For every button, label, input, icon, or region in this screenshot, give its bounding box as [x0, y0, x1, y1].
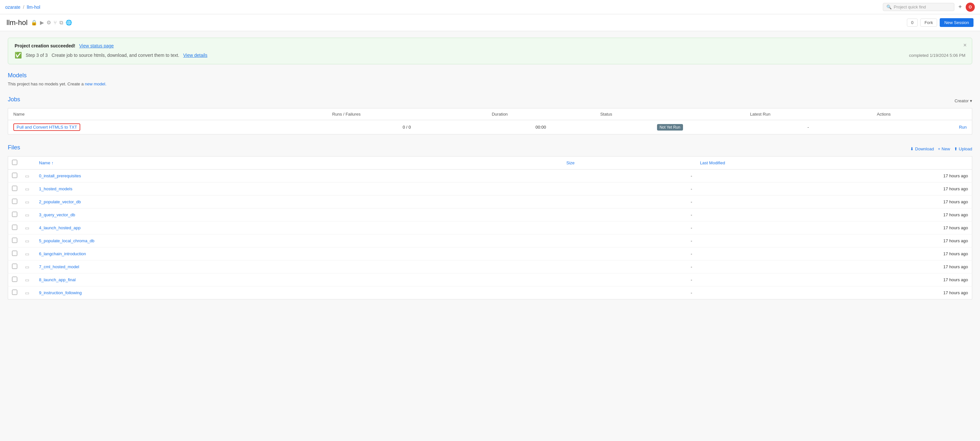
file-name-link[interactable]: 8_launch_app_final [39, 277, 76, 282]
folder-icon: ▭ [25, 238, 29, 244]
files-actions: ⬇ Download + New ⬆ Upload [910, 146, 972, 151]
breadcrumb-org[interactable]: ozarate [5, 5, 21, 10]
file-checkbox[interactable] [12, 225, 17, 230]
job-status: Not Yet Run [595, 120, 745, 135]
file-checkbox[interactable] [12, 277, 17, 282]
file-name-link[interactable]: 0_install_prerequisites [39, 173, 81, 178]
job-actions: Run [872, 120, 972, 135]
file-size: - [562, 222, 696, 235]
th-checkbox [8, 157, 21, 170]
list-item: ▭ 1_hosted_models - 17 hours ago [8, 182, 972, 195]
file-icon-cell: ▭ [21, 208, 35, 222]
jobs-header: Jobs Creator ▾ [8, 96, 972, 106]
job-name-cell: Pull and Convert HTMLS to TXT [8, 120, 327, 135]
download-button[interactable]: ⬇ Download [910, 146, 934, 151]
file-modified: 17 hours ago [696, 182, 972, 195]
run-button[interactable]: Run [959, 125, 967, 130]
col-latest-run: Latest Run [745, 108, 872, 120]
plus-icon: + [938, 146, 940, 151]
search-placeholder: Project quick find [894, 5, 926, 10]
list-item: ▭ 5_populate_local_chroma_db - 17 hours … [8, 235, 972, 247]
th-name[interactable]: Name ↑ [35, 157, 562, 170]
file-name-link[interactable]: 4_launch_hosted_app [39, 225, 81, 230]
breadcrumb: ozarate / llm-hol [5, 5, 40, 10]
status-badge: Not Yet Run [657, 124, 683, 130]
select-all-checkbox[interactable] [12, 160, 17, 165]
file-checkbox[interactable] [12, 264, 17, 269]
file-icon-cell: ▭ [21, 182, 35, 195]
jobs-title: Jobs [8, 96, 20, 103]
table-row: Pull and Convert HTMLS to TXT 0 / 0 00:0… [8, 120, 972, 135]
file-checkbox[interactable] [12, 251, 17, 256]
file-name-link[interactable]: 1_hosted_models [39, 186, 72, 191]
folder-icon: ▭ [25, 173, 29, 179]
job-name-link[interactable]: Pull and Convert HTMLS to TXT [13, 124, 80, 131]
col-actions: Actions [872, 108, 972, 120]
new-file-button[interactable]: + New [938, 146, 950, 151]
col-runs: Runs / Failures [327, 108, 487, 120]
project-title: llm-hol [6, 19, 28, 27]
file-name-link[interactable]: 5_populate_local_chroma_db [39, 238, 95, 243]
banner-close-button[interactable]: × [963, 42, 967, 49]
file-size: - [562, 235, 696, 247]
file-name-link[interactable]: 7_cml_hosted_model [39, 264, 79, 269]
file-name-cell: 6_langchain_introduction [35, 247, 562, 260]
file-checkbox[interactable] [12, 199, 17, 204]
file-name-cell: 3_query_vector_db [35, 208, 562, 222]
terminal-icon: ▶ [40, 19, 44, 25]
file-checkbox[interactable] [12, 186, 17, 191]
file-modified: 17 hours ago [696, 222, 972, 235]
file-checkbox[interactable] [12, 238, 17, 243]
view-status-link[interactable]: View status page [79, 43, 114, 48]
col-status: Status [595, 108, 745, 120]
project-search[interactable]: 🔍 Project quick find [883, 3, 955, 11]
upload-button[interactable]: ⬆ Upload [954, 146, 972, 151]
file-icon-cell: ▭ [21, 286, 35, 300]
jobs-table-header: Name Runs / Failures Duration Status Lat… [8, 108, 972, 120]
globe-icon: 🌐 [66, 19, 72, 25]
file-name-link[interactable]: 6_langchain_introduction [39, 251, 86, 256]
files-section: Files ⬇ Download + New ⬆ Upload [8, 144, 972, 300]
view-details-link[interactable]: View details [183, 52, 207, 58]
file-checkbox[interactable] [12, 290, 17, 295]
new-session-button[interactable]: New Session [940, 18, 974, 27]
creator-filter[interactable]: Creator ▾ [955, 98, 972, 103]
top-nav-right: 🔍 Project quick find + O [883, 3, 975, 12]
settings-icon: ⚙ [46, 19, 51, 25]
file-checkbox-cell [8, 195, 21, 208]
top-nav: ozarate / llm-hol 🔍 Project quick find +… [0, 0, 980, 14]
file-checkbox[interactable] [12, 212, 17, 217]
banner-header: Project creation succeeded! View status … [14, 43, 966, 48]
file-icon-cell: ▭ [21, 247, 35, 260]
list-item: ▭ 6_langchain_introduction - 17 hours ag… [8, 247, 972, 260]
fork-count: 0 [907, 19, 918, 27]
file-name-link[interactable]: 2_populate_vector_db [39, 199, 81, 204]
file-icon-cell: ▭ [21, 222, 35, 235]
fork-button[interactable]: Fork [920, 19, 937, 27]
file-checkbox-cell [8, 247, 21, 260]
file-size: - [562, 286, 696, 300]
add-button[interactable]: + [958, 3, 962, 10]
banner-step: Step 3 of 3 [25, 52, 48, 58]
list-item: ▭ 9_instruction_following - 17 hours ago [8, 286, 972, 300]
files-title: Files [8, 144, 20, 151]
file-size: - [562, 208, 696, 222]
file-checkbox-cell [8, 235, 21, 247]
breadcrumb-repo[interactable]: llm-hol [27, 5, 40, 10]
job-runs: 0 / 0 [327, 120, 487, 135]
file-icon-cell: ▭ [21, 273, 35, 286]
folder-icon: ▭ [25, 290, 29, 295]
avatar[interactable]: O [966, 3, 975, 12]
col-duration: Duration [487, 108, 595, 120]
file-name-link[interactable]: 9_instruction_following [39, 290, 82, 295]
file-checkbox-cell [8, 222, 21, 235]
file-checkbox[interactable] [12, 173, 17, 178]
file-name-link[interactable]: 3_query_vector_db [39, 213, 75, 217]
banner-title: Project creation succeeded! [14, 43, 75, 48]
new-model-link[interactable]: new model. [85, 81, 106, 86]
th-size: Size [562, 157, 696, 170]
file-name-cell: 5_populate_local_chroma_db [35, 235, 562, 247]
models-description: This project has no models yet. Create a… [8, 81, 972, 86]
banner-body: ✅ Step 3 of 3 Create job to source htmls… [14, 52, 966, 59]
jobs-table: Name Runs / Failures Duration Status Lat… [8, 108, 972, 135]
